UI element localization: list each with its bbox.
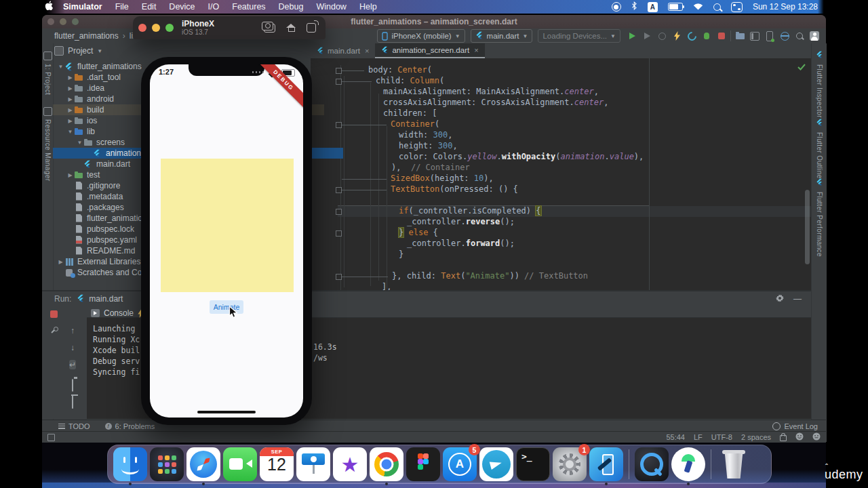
rotate-icon[interactable] <box>307 23 316 33</box>
minimize-button[interactable] <box>152 24 160 32</box>
fold-marker-icon[interactable] <box>336 68 342 74</box>
avatar-icon[interactable] <box>808 30 821 42</box>
dock-item-androidstudio[interactable] <box>671 447 705 481</box>
fold-marker-icon[interactable] <box>336 122 342 128</box>
run-icon[interactable] <box>626 30 638 42</box>
project-structure-icon[interactable] <box>734 30 746 42</box>
simulator-title-bar[interactable]: iPhoneX iOS 13.7 <box>133 16 326 39</box>
down-icon[interactable]: ↓ <box>71 341 75 353</box>
hot-restart-icon[interactable] <box>686 30 698 42</box>
devices-selector[interactable]: Loading Devices...▼ <box>538 29 620 43</box>
soft-wrap-icon[interactable]: ↵ <box>69 358 76 370</box>
menu-bar-clock[interactable]: Sun 12 Sep 13:28 <box>753 2 818 12</box>
tool-button-flutter-outline[interactable]: Flutter Outline <box>812 117 827 179</box>
device-selector[interactable]: iPhoneX (mobile)▼ <box>377 29 465 43</box>
search-icon[interactable] <box>713 3 721 11</box>
device-manager-icon[interactable] <box>764 30 776 42</box>
pin-icon[interactable] <box>50 326 58 333</box>
breadcrumb-project[interactable]: flutter_animations <box>54 31 119 41</box>
apple-icon[interactable] <box>45 1 54 14</box>
debug-icon[interactable] <box>641 30 653 42</box>
dock-item-safari[interactable] <box>186 447 220 481</box>
run-panel-minimize-icon[interactable]: — <box>793 295 802 303</box>
smiley-icon[interactable] <box>812 432 821 442</box>
hot-reload-icon[interactable] <box>671 30 683 42</box>
menu-io[interactable]: I/O <box>208 2 220 12</box>
menu-file[interactable]: File <box>115 2 129 12</box>
dock-item-sysprefs[interactable]: 1 <box>553 447 587 481</box>
tab-animation_screen-dart[interactable]: animation_screen.dart× <box>375 43 484 58</box>
run-target[interactable]: main.dart <box>89 294 123 304</box>
lock-icon[interactable] <box>780 435 787 441</box>
dock-item-keynote[interactable] <box>296 447 330 481</box>
menu-help[interactable]: Help <box>359 2 377 12</box>
dock-item-simulator[interactable] <box>589 447 623 481</box>
fold-marker-icon[interactable] <box>336 209 342 215</box>
close-icon[interactable]: × <box>474 46 478 54</box>
print-icon[interactable] <box>72 380 73 392</box>
menu-debug[interactable]: Debug <box>279 2 304 12</box>
line-ending[interactable]: LF <box>694 433 703 441</box>
tree-chevron-icon[interactable]: ▼ <box>66 129 74 135</box>
dock-item-appstore[interactable]: A5 <box>443 447 477 481</box>
tree-chevron-icon[interactable]: ▶ <box>66 75 74 81</box>
tree-chevron-icon[interactable]: ▶ <box>57 259 64 265</box>
web-preview-icon[interactable] <box>778 30 791 42</box>
search-everywhere-icon[interactable] <box>793 30 806 42</box>
battery-icon[interactable] <box>668 3 683 11</box>
dock-item-telegram[interactable] <box>479 447 513 481</box>
fold-marker-icon[interactable] <box>336 79 342 85</box>
stop-icon[interactable] <box>50 310 58 318</box>
tool-button-resource-manager[interactable]: Resource Manager <box>42 107 53 181</box>
code-editor[interactable]: body: Center(child: Column(mainAxisAlign… <box>311 58 811 291</box>
home-indicator[interactable] <box>197 411 256 413</box>
tool-button-event-log[interactable]: Event Log <box>772 422 818 430</box>
tree-chevron-icon[interactable]: ▶ <box>66 107 74 113</box>
tree-chevron-icon[interactable]: ▶ <box>66 118 74 124</box>
stop-icon[interactable] <box>715 30 728 42</box>
status-grid-icon[interactable] <box>47 434 55 441</box>
control-center-icon[interactable] <box>731 2 743 12</box>
dock-item-launchpad[interactable] <box>150 447 184 481</box>
editor-scrollbar[interactable] <box>805 190 810 264</box>
menu-device[interactable]: Device <box>169 2 195 12</box>
dock-item-figma[interactable] <box>406 447 440 481</box>
fold-marker-icon[interactable] <box>336 230 342 237</box>
close-button[interactable] <box>138 24 146 32</box>
profile-icon[interactable] <box>656 30 668 42</box>
fold-marker-icon[interactable] <box>336 187 342 193</box>
bluetooth-icon[interactable] <box>631 1 637 13</box>
dock-item-imovie[interactable]: ★ <box>333 447 367 481</box>
tab-main-dart[interactable]: main.dart× <box>311 43 375 58</box>
fold-marker-icon[interactable] <box>336 274 342 280</box>
dock-item-calendar[interactable]: SEP12 <box>260 447 294 481</box>
clear-icon[interactable] <box>72 396 73 409</box>
tab-console[interactable]: Console <box>91 308 144 318</box>
menu-features[interactable]: Features <box>232 2 265 12</box>
home-icon[interactable] <box>286 24 296 33</box>
record-icon[interactable] <box>612 2 621 12</box>
file-encoding[interactable]: UTF-8 <box>711 433 732 441</box>
dock-item-quicktime[interactable] <box>635 447 669 481</box>
attach-debugger-icon[interactable] <box>701 30 713 42</box>
dock-item-trash[interactable] <box>717 447 751 481</box>
project-panel-header[interactable]: Project ▼ <box>54 45 102 57</box>
input-source-icon[interactable]: A <box>648 2 658 12</box>
close-icon[interactable]: × <box>365 47 369 55</box>
indent-setting[interactable]: 2 spaces <box>741 433 771 441</box>
caret-position[interactable]: 55:44 <box>666 433 685 441</box>
wifi-icon[interactable] <box>693 1 703 13</box>
up-icon[interactable]: ↑ <box>71 324 75 336</box>
tree-chevron-icon[interactable]: ▶ <box>66 172 74 178</box>
dock-item-facetime[interactable] <box>223 447 257 481</box>
menu-edit[interactable]: Edit <box>142 2 157 12</box>
tree-chevron-icon[interactable]: ▼ <box>76 140 83 146</box>
tool-button-problems[interactable]: ! 6: Problems <box>105 422 155 430</box>
tree-chevron-icon[interactable]: ▶ <box>66 96 74 102</box>
tree-chevron-icon[interactable]: ▶ <box>66 85 74 92</box>
tree-chevron-icon[interactable]: ▼ <box>57 64 64 70</box>
tool-button-project[interactable]: 1: Project <box>42 52 53 95</box>
dock-item-terminal[interactable]: >_ <box>516 447 550 481</box>
layout-inspector-icon[interactable] <box>749 30 761 42</box>
smiley-icon[interactable] <box>795 432 804 442</box>
